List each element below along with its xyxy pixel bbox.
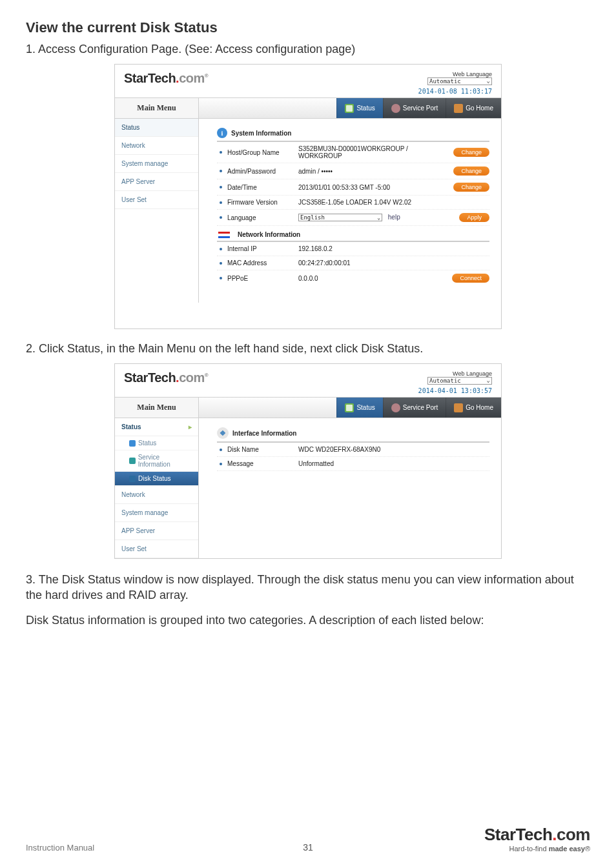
disk-name-value: WDC WD20EFRX-68AX9N0 [298, 446, 489, 453]
tab-service-port-label-2: Service Port [403, 404, 438, 411]
row-internal-ip: Internal IP 192.168.0.2 [217, 242, 489, 256]
row-disk-name: Disk Name WDC WD20EFRX-68AX9N0 [217, 443, 489, 457]
status-icon [129, 440, 136, 447]
change-host-button[interactable]: Change [453, 148, 489, 157]
sidebar-item-user-set[interactable]: User Set [115, 191, 198, 209]
change-date-button[interactable]: Change [453, 183, 489, 192]
mac-address-value: 00:24:27:d0:00:01 [298, 259, 489, 267]
sidebar-item-system-manage[interactable]: System manage [115, 155, 198, 173]
sidebar-sub-disk-status[interactable]: Disk Status [115, 472, 198, 486]
web-language-label: Web Language [418, 71, 492, 77]
footer-instruction-manual: Instruction Manual [26, 843, 94, 853]
firmware-label: Firmware Version [227, 199, 298, 206]
gear-icon [391, 403, 400, 412]
categories-paragraph: Disk Status information is grouped into … [26, 612, 590, 628]
main-menu-header: Main Menu [115, 98, 199, 119]
tab-status-label-2: Status [356, 404, 375, 411]
language-help-link[interactable]: help [388, 214, 400, 221]
firmware-value: JCS358E-1.05e LOADER 1.04V W2.02 [298, 199, 489, 206]
row-host-group: Host/Group Name S352BMU3N-D00001WORKGROU… [217, 142, 489, 163]
sidebar-sub-service-information[interactable]: Service Information [115, 450, 198, 472]
tab-go-home-label-2: Go Home [466, 404, 493, 411]
message-label: Message [227, 460, 298, 467]
tab-status[interactable]: Status [336, 98, 382, 118]
sidebar-item-status-2[interactable]: Status ▸ [115, 418, 198, 436]
host-group-label: Host/Group Name [227, 149, 298, 156]
tab-go-home-2[interactable]: Go Home [446, 398, 501, 418]
service-info-icon [129, 458, 136, 464]
page-heading: View the current Disk Status [26, 19, 590, 36]
info-icon: i [217, 128, 227, 138]
row-date-time: Date/Time 2013/01/01 00:53:33 GMT -5:00 … [217, 179, 489, 196]
interface-information-title: ❖ Interface Information [217, 425, 489, 443]
row-firmware: Firmware Version JCS358E-1.05e LOADER 1.… [217, 196, 489, 210]
row-mac-address: MAC Address 00:24:27:d0:00:01 [217, 256, 489, 270]
admin-password-label: Admin/Password [227, 168, 298, 175]
home-icon [454, 104, 463, 113]
footer-brand: StarTech.com Hard-to-find made easy® [484, 825, 590, 853]
row-admin-password: Admin/Password admin / ••••• Change [217, 163, 489, 179]
language-select[interactable]: English⌄ [298, 214, 382, 221]
system-information-title: i System Information [217, 125, 489, 142]
sidebar-item-app-server[interactable]: APP Server [115, 173, 198, 191]
interface-icon: ❖ [217, 427, 229, 439]
internal-ip-label: Internal IP [227, 245, 298, 252]
main-menu-header-2: Main Menu [115, 398, 199, 418]
admin-password-value: admin / ••••• [298, 168, 446, 175]
row-message: Message Unformatted [217, 457, 489, 471]
tab-service-port[interactable]: Service Port [383, 98, 446, 118]
monitor-icon [345, 104, 354, 113]
disk-name-label: Disk Name [227, 446, 298, 453]
sidebar-item-network-2[interactable]: Network [115, 486, 198, 504]
mac-address-label: MAC Address [227, 259, 298, 267]
web-language-select[interactable]: Automatic [427, 77, 492, 85]
step-3: 3. The Disk Status window is now display… [26, 572, 590, 603]
screenshot-status-page: StarTech.com® Web Language Automatic 201… [114, 64, 502, 329]
date-time-label: Date/Time [227, 184, 298, 191]
sidebar-item-system-manage-2[interactable]: System manage [115, 504, 198, 522]
tab-go-home[interactable]: Go Home [446, 98, 501, 118]
connect-pppoe-button[interactable]: Connect [452, 274, 489, 283]
row-language: Language English⌄ help Apply [217, 210, 489, 226]
language-label: Language [227, 214, 298, 221]
tab-go-home-label: Go Home [466, 105, 493, 112]
brand-logo: StarTech.com® [124, 71, 208, 86]
pppoe-value: 0.0.0.0 [298, 275, 444, 282]
disk-status-icon [129, 476, 136, 482]
date-time-value: 2013/01/01 00:53:33 GMT -5:00 [298, 184, 446, 191]
network-information-title: Network Information [217, 228, 489, 242]
footer-page-number: 31 [303, 842, 313, 853]
sidebar-item-network[interactable]: Network [115, 137, 198, 155]
timestamp-2: 2014-04-01 13:03:57 [418, 387, 492, 394]
change-admin-button[interactable]: Change [453, 167, 489, 176]
step-2: 2. Click Status, in the Main Menu on the… [26, 342, 590, 356]
row-pppoe: PPPoE 0.0.0.0 Connect [217, 270, 489, 286]
monitor-icon [345, 403, 354, 412]
pppoe-label: PPPoE [227, 275, 298, 282]
sidebar-item-app-server-2[interactable]: APP Server [115, 522, 198, 540]
apply-language-button[interactable]: Apply [459, 213, 489, 222]
chevron-right-icon: ▸ [189, 423, 192, 430]
flag-icon [218, 232, 230, 238]
sidebar-item-user-set-2[interactable]: User Set [115, 540, 198, 558]
sidebar-sub-status[interactable]: Status [115, 436, 198, 450]
tab-service-port-label: Service Port [403, 105, 438, 112]
screenshot-disk-status: StarTech.com® Web Language Automatic 201… [114, 363, 502, 559]
step-1: 1. Access Configuration Page. (See: Acce… [26, 43, 590, 56]
home-icon [454, 403, 463, 412]
internal-ip-value: 192.168.0.2 [298, 245, 489, 252]
tab-status-2[interactable]: Status [336, 398, 382, 418]
tab-service-port-2[interactable]: Service Port [383, 398, 446, 418]
sidebar-item-status[interactable]: Status [115, 119, 198, 137]
web-language-select-2[interactable]: Automatic [427, 377, 492, 385]
host-group-value: S352BMU3N-D00001WORKGROUP / WORKGROUP [298, 145, 446, 159]
brand-logo-2: StarTech.com® [124, 370, 208, 385]
web-language-label-2: Web Language [418, 370, 492, 377]
gear-icon [391, 104, 400, 113]
message-value: Unformatted [298, 460, 489, 467]
timestamp: 2014-01-08 11:03:17 [418, 88, 492, 95]
tab-status-label: Status [356, 105, 375, 112]
